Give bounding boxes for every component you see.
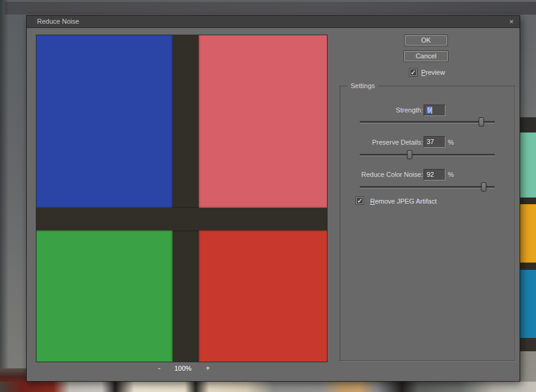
preserve-details-slider-thumb[interactable]: [407, 150, 413, 159]
reduce-color-noise-slider[interactable]: [360, 186, 495, 188]
cancel-button[interactable]: Cancel: [404, 51, 448, 61]
settings-group: Settings Strength: 9 Preserve Details: 3…: [340, 86, 515, 361]
background-dark-band: [520, 117, 536, 132]
preserve-details-label: Preserve Details:: [340, 139, 423, 146]
dialog-titlebar[interactable]: Reduce Noise ×: [27, 16, 520, 28]
reduce-color-noise-value: 92: [427, 171, 434, 178]
preview-checkbox-label[interactable]: Preview: [421, 69, 445, 76]
strength-value: 9: [427, 106, 431, 114]
background-dark-band: [520, 338, 536, 351]
reduce-color-noise-unit: %: [448, 171, 454, 178]
remove-jpeg-artifact-checkbox[interactable]: ✓: [356, 197, 363, 204]
background-orange-patch: [520, 204, 536, 263]
dialog-title: Reduce Noise: [37, 18, 79, 25]
reduce-color-noise-slider-thumb[interactable]: [481, 182, 487, 191]
preview-cross-horizontal: [36, 208, 327, 230]
preview-quadrant-red: [186, 219, 328, 362]
preview-zoom-bar: - 100% +: [36, 364, 328, 373]
ok-button[interactable]: OK: [405, 35, 447, 46]
reduce-noise-dialog: Reduce Noise × - 100% + OK Cancel ✓ Prev…: [26, 15, 520, 382]
zoom-in-button[interactable]: +: [204, 364, 212, 373]
preview-label-rest: review: [425, 69, 445, 76]
preview-cross-vertical: [173, 35, 199, 362]
strength-input[interactable]: 9: [424, 105, 445, 116]
reduce-color-noise-label: Reduce Color Noise:: [340, 171, 423, 178]
checkmark-icon: ✓: [357, 197, 362, 204]
preserve-details-unit: %: [448, 139, 454, 146]
background-blue-patch: [520, 270, 536, 338]
text-caret: [431, 107, 432, 114]
preview-quadrant-salmon: [186, 35, 328, 219]
checkmark-icon: ✓: [410, 69, 416, 76]
zoom-level: 100%: [170, 365, 196, 372]
remove-jpeg-artifact-label[interactable]: Remove JPEG Artifact: [370, 198, 436, 205]
preserve-details-input[interactable]: 37: [424, 136, 445, 148]
strength-slider[interactable]: [360, 121, 495, 123]
background-photo-strip: [0, 382, 536, 392]
strength-slider-thumb[interactable]: [478, 117, 484, 126]
remove-jpeg-mnemonic: R: [370, 198, 375, 205]
background-teal-patch: [520, 132, 536, 198]
strength-label: Strength:: [340, 106, 423, 114]
noise-preview-image[interactable]: [36, 35, 328, 362]
zoom-out-button[interactable]: -: [155, 364, 163, 373]
settings-legend: Settings: [348, 82, 378, 89]
preserve-details-value: 37: [427, 138, 434, 145]
remove-jpeg-label-rest: emove JPEG Artifact: [375, 198, 436, 205]
background-dark-band: [520, 198, 536, 204]
preview-checkbox[interactable]: ✓: [410, 69, 417, 76]
preserve-details-slider[interactable]: [360, 154, 495, 156]
background-left-shadow: [0, 0, 9, 392]
preview-quadrant-green: [36, 219, 186, 362]
close-icon[interactable]: ×: [507, 18, 515, 26]
background-dark-band: [520, 263, 536, 270]
background-shelf-strip: [5, 2, 536, 15]
preview-quadrant-blue: [36, 35, 186, 219]
screen: Reduce Noise × - 100% + OK Cancel ✓ Prev…: [0, 0, 536, 392]
reduce-color-noise-input[interactable]: 92: [424, 169, 445, 181]
